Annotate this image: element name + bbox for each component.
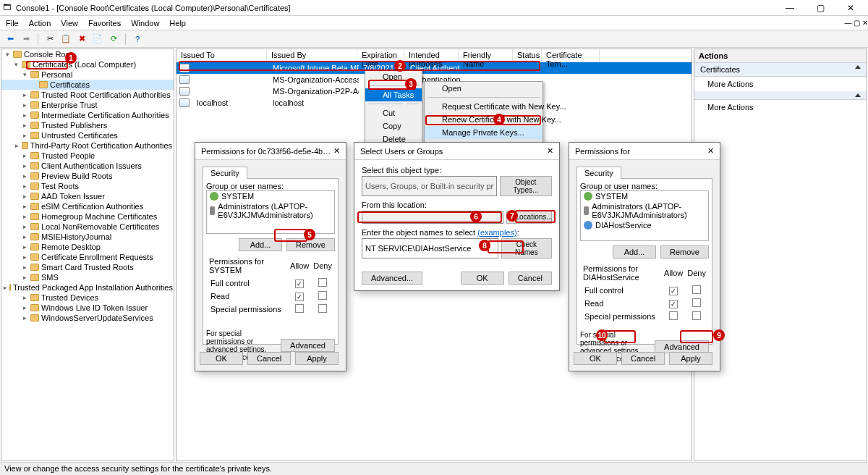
checkbox[interactable]: [318, 304, 327, 313]
mi-cut[interactable]: Cut: [365, 106, 422, 119]
tree-item[interactable]: ▸Smart Card Trusted Roots: [1, 262, 174, 272]
menu-window[interactable]: Window: [131, 19, 159, 28]
dlg1-close-icon[interactable]: ✕: [333, 146, 340, 156]
dlg3-close-icon[interactable]: ✕: [707, 146, 714, 156]
tree-item[interactable]: ▸Certificate Enrollment Requests: [1, 252, 174, 262]
tree-item[interactable]: Certificates: [1, 80, 174, 90]
tree-item[interactable]: ▸Test Roots: [1, 181, 174, 191]
dlg3-add-button[interactable]: Add...: [613, 245, 656, 258]
tree-item[interactable]: ▸Intermediate Certification Authorities: [1, 110, 174, 120]
dlg3-ok-button[interactable]: OK: [574, 352, 617, 365]
checkbox[interactable]: ✓: [669, 300, 678, 308]
tree-item[interactable]: ▸Trusted People: [1, 151, 174, 161]
dlg3-users-list[interactable]: SYSTEM Administrators (LAPTOP-E6V3JKJM\A…: [580, 190, 709, 241]
tree-item[interactable]: ▸Local NonRemovable Certificates: [1, 222, 174, 232]
checkbox[interactable]: [318, 291, 327, 300]
dlg3-tab[interactable]: Security: [576, 167, 621, 179]
tree-item[interactable]: ▸Windows Live ID Token Issuer: [1, 303, 174, 313]
actions-sub2[interactable]: [694, 91, 867, 100]
dlg2-locations-button[interactable]: Locations...: [506, 211, 553, 224]
actions-more-2[interactable]: More Actions: [694, 100, 867, 114]
mi-manage-private-keys[interactable]: Manage Private Keys...: [425, 126, 542, 139]
dlg1-remove-button[interactable]: Remove: [286, 238, 335, 251]
dlg1-ok-button[interactable]: OK: [200, 352, 243, 365]
title-bar: 🗔 Console1 - [Console Root\Certificates …: [0, 0, 868, 16]
dlg3-apply-button[interactable]: Apply: [669, 352, 712, 365]
dlg1-cancel-button[interactable]: Cancel: [247, 352, 291, 365]
tree-item[interactable]: ▸Untrusted Certificates: [1, 130, 174, 140]
tree-item[interactable]: ▾Console Root: [1, 49, 174, 59]
menu-file[interactable]: File: [6, 19, 19, 28]
cert-row[interactable]: Microsoft Intune Beta MDM De...7/8/2021C…: [176, 62, 692, 74]
checkbox[interactable]: [318, 278, 327, 287]
dlg2-close-icon[interactable]: ✕: [547, 146, 553, 156]
dlg3-cancel-button[interactable]: Cancel: [621, 352, 665, 365]
dlg2-check-names-button[interactable]: Check Names: [501, 238, 552, 258]
copy-icon[interactable]: 📋: [59, 32, 73, 46]
dlg3-title: Permissions for: [575, 147, 630, 156]
dlg3-remove-button[interactable]: Remove: [660, 245, 709, 258]
checkbox[interactable]: [669, 311, 678, 320]
delete-icon[interactable]: ✖: [75, 32, 89, 46]
menu-view[interactable]: View: [61, 19, 78, 28]
mi-copy[interactable]: Copy: [365, 119, 422, 133]
dlg1-users-list[interactable]: SYSTEM Administrators (LAPTOP-E6V3JKJM\A…: [206, 190, 335, 234]
menu-help[interactable]: Help: [169, 19, 186, 28]
minimize-button[interactable]: —: [775, 3, 804, 13]
tree-item[interactable]: ▸Trusted Packaged App Installation Autho…: [1, 282, 174, 293]
dlg2-ok-button[interactable]: OK: [461, 272, 504, 285]
forward-icon[interactable]: ➡: [19, 32, 33, 46]
dlg2-object-types-button[interactable]: Object Types...: [500, 176, 552, 196]
mi-open2[interactable]: Open: [425, 82, 542, 95]
tree-item[interactable]: ▸WindowsServerUpdateServices: [1, 313, 174, 323]
tree-item[interactable]: ▸Trusted Devices: [1, 293, 174, 303]
tree-item[interactable]: ▸Client Authentication Issuers: [1, 161, 174, 171]
dlg1-tab[interactable]: Security: [203, 167, 247, 179]
tree-item[interactable]: ▸Preview Build Roots: [1, 171, 174, 181]
tree-item[interactable]: ▾Certificates (Local Computer): [1, 59, 174, 70]
dlg2-examples-link[interactable]: (examples): [477, 228, 516, 237]
tree-item[interactable]: ▾Personal: [1, 70, 174, 80]
tree-item[interactable]: ▸AAD Token Issuer: [1, 191, 174, 201]
tree-item[interactable]: ▸Homegroup Machine Certificates: [1, 211, 174, 222]
close-button[interactable]: ✕: [836, 3, 865, 13]
checkbox[interactable]: ✓: [295, 293, 304, 301]
mi-open[interactable]: Open: [365, 70, 422, 83]
menu-favorites[interactable]: Favorites: [88, 19, 121, 28]
maximize-button[interactable]: ▢: [806, 3, 835, 13]
actions-sub[interactable]: Certificates: [694, 63, 867, 77]
refresh-icon[interactable]: ⟳: [106, 32, 121, 46]
mi-renew-cert[interactable]: Renew Certificate with New Key...: [425, 113, 542, 126]
tree-item[interactable]: ▸eSIM Certification Authorities: [1, 201, 174, 211]
checkbox[interactable]: [692, 285, 701, 294]
checkbox[interactable]: [692, 298, 701, 307]
mi-request-cert[interactable]: Request Certificate with New Key...: [425, 100, 542, 113]
cut-icon[interactable]: ✂: [43, 32, 57, 46]
help-icon[interactable]: ?: [130, 32, 145, 46]
dlg1-advanced-button[interactable]: Advanced: [281, 339, 335, 352]
mdi-controls[interactable]: — ▢ ✕: [844, 19, 868, 27]
tree-item[interactable]: ▸Trusted Publishers: [1, 120, 174, 130]
checkbox[interactable]: [295, 304, 304, 313]
tree-item[interactable]: ▸SMS: [1, 272, 174, 282]
back-icon[interactable]: ⬅: [3, 32, 17, 46]
tree-item[interactable]: ▸Remote Desktop: [1, 242, 174, 252]
dlg1-add-button[interactable]: Add...: [239, 238, 282, 251]
dlg1-apply-button[interactable]: Apply: [295, 352, 339, 365]
checkbox[interactable]: [692, 311, 701, 320]
tree-item[interactable]: ▸Third-Party Root Certification Authorit…: [1, 140, 174, 151]
menu-action[interactable]: Action: [29, 19, 51, 28]
dlg2-advanced-button[interactable]: Advanced...: [362, 272, 422, 285]
actions-more-1[interactable]: More Actions: [694, 77, 867, 91]
tree-item[interactable]: ▸Enterprise Trust: [1, 100, 174, 110]
dlg2-object-names[interactable]: [362, 238, 498, 258]
checkbox[interactable]: ✓: [669, 287, 678, 295]
tree-pane[interactable]: ▾Console Root▾Certificates (Local Comput…: [1, 49, 174, 461]
mi-all-tasks[interactable]: All Tasks: [365, 88, 422, 101]
tree-item[interactable]: ▸MSIEHistoryJournal: [1, 232, 174, 242]
tree-item[interactable]: ▸Trusted Root Certification Authorities: [1, 90, 174, 100]
checkbox[interactable]: ✓: [295, 279, 304, 288]
dlg2-cancel-button[interactable]: Cancel: [509, 272, 552, 285]
properties-icon[interactable]: 📄: [90, 32, 105, 46]
list-header[interactable]: Issued ToIssued ByExpiration DateIntende…: [176, 49, 692, 62]
